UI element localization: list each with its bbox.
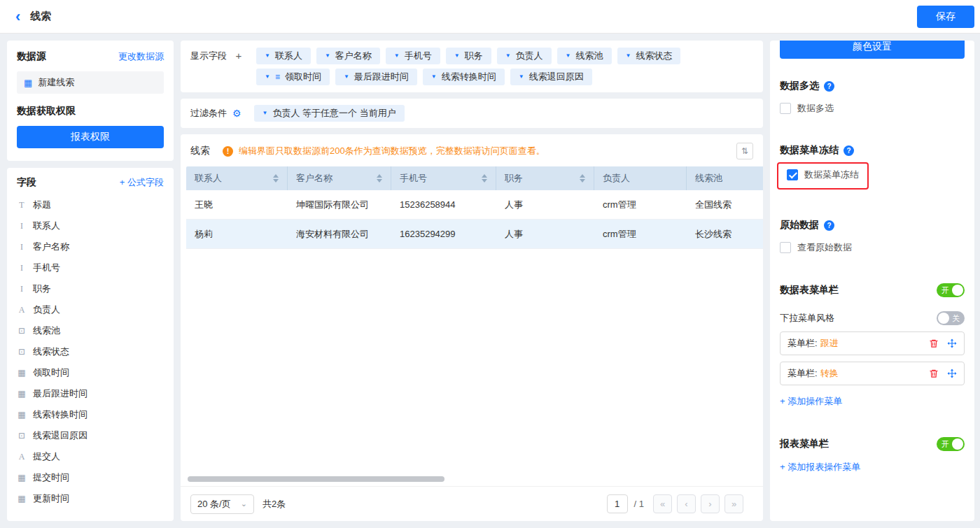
field-item[interactable]: I 职务 (17, 278, 164, 299)
field-chip[interactable]: ▼ 线索退回原因 (510, 69, 592, 85)
multi-select-checkbox-row[interactable]: 数据多选 (780, 102, 965, 115)
trash-icon[interactable] (929, 369, 939, 378)
table-row[interactable]: 王晓 坤曜国际有限公司 15236258944 人事 crm管理 全国线索 (186, 190, 763, 220)
help-icon[interactable]: ? (844, 145, 854, 156)
dropdown-style-label: 下拉菜单风格 (780, 312, 834, 324)
menu-freeze-title: 数据菜单冻结 (780, 144, 839, 157)
select-icon: ⊡ (17, 326, 27, 336)
left-sidebar: 数据源 更改数据源 ▦ 新建线索 数据获取权限 报表权限 字段 + 公式字段 T… (7, 41, 174, 521)
menu-freeze-checkbox-row[interactable]: 数据菜单冻结 (787, 169, 859, 181)
column-sorter-icon[interactable] (482, 174, 487, 183)
add-formula-field-link[interactable]: + 公式字段 (120, 176, 164, 189)
sort-order-button[interactable]: ⇅ (736, 143, 753, 159)
change-datasource-link[interactable]: 更改数据源 (118, 50, 164, 63)
last-page-button[interactable]: » (724, 494, 743, 513)
multi-select-section: 数据多选 ? 数据多选 (780, 80, 965, 115)
field-chip[interactable]: ▼ 客户名称 (316, 48, 380, 64)
toggle-knob (938, 313, 949, 324)
field-chip[interactable]: ▼ 手机号 (386, 48, 440, 64)
chevron-down-icon: ▼ (505, 53, 511, 59)
datasource-item[interactable]: ▦ 新建线索 (17, 71, 164, 94)
first-page-button[interactable]: « (653, 494, 672, 513)
report-menu-toggle[interactable]: 开 (937, 437, 965, 451)
column-sorter-icon[interactable] (273, 174, 279, 183)
filter-panel: 过滤条件 ⚙ ▼ 负责人 等于任意一个 当前用户 (181, 99, 763, 128)
chevron-down-icon: ▼ (431, 74, 437, 80)
filter-condition-chip[interactable]: ▼ 负责人 等于任意一个 当前用户 (254, 105, 405, 122)
table-menu-title: 数据表菜单栏 (780, 284, 839, 297)
field-chip[interactable]: ▼ 线索转换时间 (423, 69, 505, 85)
column-header[interactable]: 负责人 (594, 166, 687, 190)
person-icon: A (17, 305, 27, 315)
table-header-row: 联系人 客户名称 手机号 职务 (186, 166, 763, 190)
gear-icon[interactable]: ⚙ (232, 108, 241, 119)
datasource-panel: 数据源 更改数据源 ▦ 新建线索 数据获取权限 报表权限 (7, 41, 174, 161)
field-chip[interactable]: ▼ 职务 (446, 48, 491, 64)
back-icon[interactable]: ‹ (15, 9, 20, 24)
column-header[interactable]: 客户名称 (288, 166, 391, 190)
table-menu-toggle[interactable]: 开 (937, 283, 965, 297)
field-chip[interactable]: ▼ ≡ 领取时间 (256, 69, 330, 85)
field-item[interactable]: T 标题 (17, 194, 164, 215)
field-item[interactable]: ▦ 领取时间 (17, 362, 164, 383)
next-page-button[interactable]: › (701, 494, 720, 513)
field-item[interactable]: ⊡ 线索池 (17, 320, 164, 341)
toggle-knob (952, 438, 963, 450)
field-chip[interactable]: ▼ 联系人 (256, 48, 311, 64)
field-chip[interactable]: ▼ 负责人 (497, 48, 552, 64)
horizontal-scrollbar[interactable] (188, 476, 444, 482)
page-size-select[interactable]: 20 条/页 ⌄ (190, 494, 254, 514)
checkbox-checked[interactable] (787, 169, 798, 180)
field-chip[interactable]: ▼ 线索池 (557, 48, 612, 64)
add-report-action-menu-link[interactable]: + 添加报表操作菜单 (780, 461, 860, 473)
column-header[interactable]: 联系人 (186, 166, 288, 190)
field-item[interactable]: I 联系人 (17, 215, 164, 236)
field-list: T 标题 I 联系人 I 客户名称 I 手机号 I 职务 (17, 194, 164, 509)
field-item[interactable]: A 负责人 (17, 299, 164, 320)
filter-label: 过滤条件 (190, 107, 227, 120)
column-sorter-icon[interactable] (377, 174, 382, 183)
save-button[interactable]: 保存 (917, 6, 974, 28)
menu-bar-item: 菜单栏: 转换 (780, 362, 965, 385)
help-icon[interactable]: ? (824, 220, 834, 231)
column-header[interactable]: 线索池 (687, 166, 763, 190)
field-item[interactable]: ▦ 线索转换时间 (17, 404, 164, 425)
field-item[interactable]: ⊡ 线索退回原因 (17, 425, 164, 446)
move-icon[interactable] (947, 369, 957, 378)
field-item[interactable]: ▦ 更新时间 (17, 488, 164, 509)
field-item[interactable]: I 手机号 (17, 257, 164, 278)
preview-title: 线索 (190, 145, 210, 157)
column-sorter-icon[interactable] (580, 174, 585, 183)
table-row[interactable]: 杨莉 海安材料有限公司 16235294299 人事 crm管理 长沙线索 (186, 220, 763, 249)
move-icon[interactable] (947, 338, 957, 348)
prev-page-button[interactable]: ‹ (677, 494, 696, 513)
field-chip[interactable]: ▼ 线索状态 (617, 48, 681, 64)
title-icon: T (17, 200, 27, 211)
field-item[interactable]: ⊡ 线索状态 (17, 341, 164, 362)
column-header[interactable]: 职务 (496, 166, 594, 190)
color-settings-button[interactable]: 颜色设置 (780, 41, 965, 59)
data-permission-title: 数据获取权限 (17, 105, 164, 117)
raw-data-checkbox-row[interactable]: 查看原始数据 (780, 241, 965, 254)
select-icon: ⊡ (17, 347, 27, 357)
raw-data-title: 原始数据 (780, 219, 819, 231)
settings-panel: 颜色设置 数据多选 ? 数据多选 数据菜单冻结 ? 数据菜单冻结 (770, 41, 974, 521)
add-display-field-button[interactable]: + (234, 48, 244, 85)
field-item[interactable]: A 提交人 (17, 446, 164, 467)
field-chip[interactable]: ▼ 最后跟进时间 (335, 69, 417, 85)
current-page-input[interactable]: 1 (607, 494, 628, 513)
column-header[interactable]: 手机号 (391, 166, 496, 190)
help-icon[interactable]: ? (824, 81, 834, 92)
preview-warning: 编辑界面只取数据源前200条作为查询数据预览，完整数据请访问页面查看。 (239, 145, 545, 157)
dropdown-style-toggle[interactable]: 关 (937, 311, 965, 325)
trash-icon[interactable] (929, 338, 939, 348)
checkbox-unchecked[interactable] (780, 242, 791, 253)
add-action-menu-link[interactable]: + 添加操作菜单 (780, 395, 842, 408)
checkbox-unchecked[interactable] (780, 103, 791, 114)
text-icon: I (17, 242, 27, 252)
field-item[interactable]: ▦ 最后跟进时间 (17, 383, 164, 404)
field-item[interactable]: ▦ 提交时间 (17, 467, 164, 488)
datasource-item-label: 新建线索 (38, 76, 74, 89)
report-permission-button[interactable]: 报表权限 (17, 126, 164, 148)
field-item[interactable]: I 客户名称 (17, 236, 164, 257)
